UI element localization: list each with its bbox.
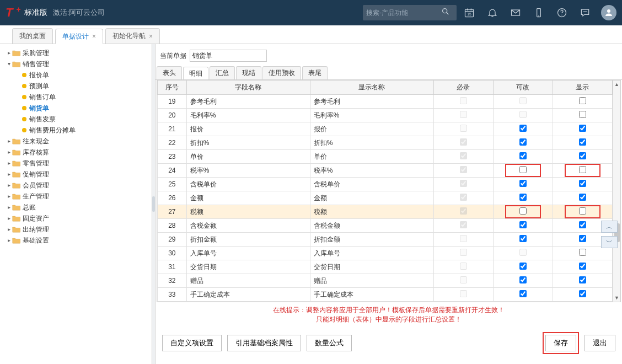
table-row[interactable]: 20毛利率%毛利率% [158,109,613,122]
grid-checkbox[interactable] [579,207,586,215]
grid-checkbox[interactable] [579,221,586,228]
caret-right-icon[interactable]: ▸ [6,180,12,191]
user-avatar-icon[interactable] [601,5,616,20]
cell-display[interactable]: 税额 [310,205,433,219]
sub-tab[interactable]: 使用预收 [262,66,301,79]
tree-folder[interactable]: ▸库存核算 [6,147,152,158]
grid-checkbox[interactable] [579,194,586,201]
cell-field[interactable]: 折扣% [186,136,310,150]
cell-field[interactable]: 赠品 [186,274,310,288]
ref-archive-button[interactable]: 引用基础档案属性 [227,335,301,351]
qty-formula-button[interactable]: 数量公式 [307,335,352,351]
sub-tab[interactable]: 表尾 [302,66,328,79]
table-row[interactable]: 23单价单价 [158,150,613,164]
tree-folder[interactable]: ▸出纳管理 [6,224,152,235]
grid-checkbox[interactable] [519,221,527,228]
grid-checkbox[interactable] [579,249,586,256]
search-box[interactable] [363,5,457,20]
grid-checkbox[interactable] [579,97,586,104]
cell-field[interactable]: 参考毛利 [186,95,310,109]
cell-field[interactable]: 税率% [186,164,310,178]
table-row[interactable]: 28含税金额含税金额 [158,219,613,233]
cell-field[interactable]: 含税单价 [186,178,310,191]
table-row[interactable]: 24税率%税率% [158,164,613,178]
table-row[interactable]: 29折扣金额折扣金额 [158,233,613,247]
mobile-icon[interactable] [528,2,549,23]
grid-checkbox[interactable] [579,290,586,297]
bell-icon[interactable] [482,2,503,23]
sub-tab[interactable]: 明细 [183,67,208,80]
tree-folder[interactable]: ▸往来现金 [6,136,152,147]
table-row[interactable]: 33手工确定成本手工确定成本 [158,288,613,302]
move-down-button[interactable]: ﹀ [601,236,618,248]
caret-right-icon[interactable]: ▸ [6,191,12,202]
tree-folder[interactable]: ▸采购管理 [6,47,152,58]
grid-checkbox[interactable] [519,125,527,132]
tree-leaf[interactable]: 销售费用分摊单 [6,125,152,136]
cell-display[interactable]: 税率% [310,164,433,178]
cell-field[interactable]: 折扣金额 [186,233,310,247]
caret-right-icon[interactable]: ▸ [6,224,12,235]
tree-leaf[interactable]: 销售发票 [6,114,152,125]
caret-right-icon[interactable]: ▸ [6,147,12,158]
scroll-down-icon[interactable]: ▼ [614,295,619,301]
calendar-icon[interactable]: 15 [459,2,480,23]
close-icon[interactable]: × [149,33,153,40]
cell-field[interactable]: 税额 [186,205,310,219]
tree-folder[interactable]: ▸促销管理 [6,169,152,180]
caret-down-icon[interactable]: ▾ [6,58,12,69]
grid-checkbox[interactable] [579,180,586,187]
table-row[interactable]: 25含税单价含税单价 [158,178,613,191]
cell-field[interactable]: 单价 [186,150,310,164]
caret-right-icon[interactable]: ▸ [6,202,12,213]
cell-display[interactable]: 交货日期 [310,260,433,274]
save-button[interactable]: 保存 [545,335,576,351]
cell-display[interactable]: 金额 [310,191,433,205]
tree-leaf[interactable]: 报价单 [6,69,152,81]
table-row[interactable]: 30入库单号入库单号 [158,247,613,260]
caret-right-icon[interactable]: ▸ [6,169,12,180]
grid-checkbox[interactable] [519,276,527,283]
tab-init-nav[interactable]: 初始化导航× [105,28,160,44]
sub-tab[interactable]: 表头 [157,66,182,79]
cell-display[interactable]: 含税金额 [310,219,433,233]
chat-icon[interactable] [575,2,596,23]
grid-checkbox[interactable] [519,207,527,215]
table-row[interactable]: 32赠品赠品 [158,274,613,288]
cell-field[interactable]: 手工确定成本 [186,288,310,302]
tree-leaf[interactable]: 销售订单 [6,92,152,103]
grid-checkbox[interactable] [579,125,586,132]
cell-display[interactable]: 参考毛利 [310,95,433,109]
tree-leaf[interactable]: 预测单 [6,81,152,92]
cell-field[interactable]: 报价 [186,122,310,136]
cell-display[interactable]: 折扣金额 [310,233,433,247]
grid-scrollbar[interactable]: ▲ ▼ [613,80,621,302]
caret-right-icon[interactable]: ▸ [6,136,12,147]
tab-desktop[interactable]: 我的桌面 [12,28,53,44]
grid-checkbox[interactable] [519,166,527,173]
grid-checkbox[interactable] [579,263,586,270]
close-icon[interactable]: × [92,33,96,40]
grid-checkbox[interactable] [519,180,527,187]
tree-folder[interactable]: ▸总账 [6,202,152,213]
caret-right-icon[interactable]: ▸ [6,235,12,246]
sub-tab[interactable]: 汇总 [210,66,235,79]
grid-checkbox[interactable] [519,290,527,297]
grid-checkbox[interactable] [519,138,527,146]
cell-display[interactable]: 折扣% [310,136,433,150]
splitter[interactable] [152,44,156,364]
move-up-button[interactable]: ︿ [601,221,618,233]
tree-folder[interactable]: ▾销售管理 [6,58,152,69]
grid-checkbox[interactable] [519,194,527,201]
tree-leaf[interactable]: 销货单 [6,103,152,114]
cell-field[interactable]: 毛利率% [186,109,310,122]
grid-checkbox[interactable] [519,235,527,242]
scroll-up-icon[interactable]: ▲ [614,82,619,87]
grid-checkbox[interactable] [579,235,586,242]
custom-fields-button[interactable]: 自定义项设置 [162,335,222,351]
table-row[interactable]: 22折扣%折扣% [158,136,613,150]
help-icon[interactable] [551,2,572,23]
grid-checkbox[interactable] [519,263,527,270]
grid-checkbox[interactable] [579,138,586,146]
grid-checkbox[interactable] [579,111,586,118]
